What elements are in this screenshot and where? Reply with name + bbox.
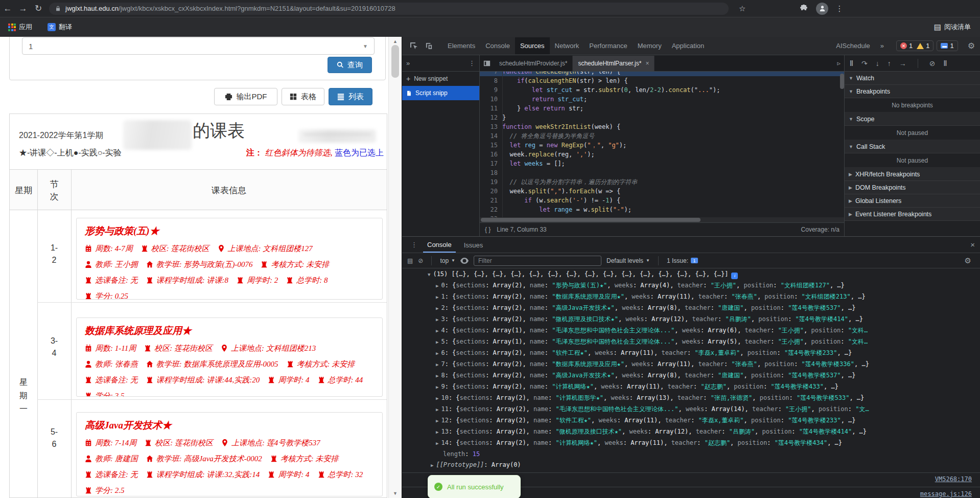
tab-elements[interactable]: Elements xyxy=(442,37,480,54)
line-number[interactable]: 15 xyxy=(480,141,502,150)
disclosure-icon[interactable]: ▶ xyxy=(436,373,438,378)
section-event-listener-breakpoints[interactable]: ▶Event Listener Breakpoints xyxy=(845,208,980,221)
section-scope[interactable]: ▼Scope xyxy=(845,112,980,126)
console-object-row[interactable]: ▶11: {sections: Array(2), name: "毛泽东思想和中… xyxy=(402,404,980,415)
extensions-icon[interactable] xyxy=(800,5,808,13)
disclosure-icon[interactable]: ▶ xyxy=(436,317,438,322)
deactivate-breakpoints-icon[interactable]: ⊘ xyxy=(929,59,936,67)
line-number[interactable]: 11 xyxy=(480,104,502,113)
issues-badge[interactable]: ▬ 1 xyxy=(937,40,958,51)
address-bar[interactable]: jwglxt.haut.edu.cn/jwglxt/kbcx/xskbcx_cx… xyxy=(49,3,729,15)
console-object-row[interactable]: ▶2: {sections: Array(2), name: "高级Java开发… xyxy=(402,303,980,314)
tab-close-icon[interactable]: × xyxy=(645,60,649,67)
console-settings-icon[interactable]: ⚙ xyxy=(965,256,971,265)
section-dom-breakpoints[interactable]: ▶DOM Breakpoints xyxy=(845,181,980,194)
back-icon[interactable]: ← xyxy=(0,4,15,14)
issues-counter[interactable]: 1 Issue: 1 xyxy=(667,257,698,264)
console-object-row[interactable]: ▶12: {sections: Array(2), name: "软件工程★",… xyxy=(402,415,980,426)
console-object-row[interactable]: ▶1: {sections: Array(2), name: "数据库系统原理及… xyxy=(402,291,980,303)
section-call-stack[interactable]: ▼Call Stack xyxy=(845,140,980,153)
tab-sources[interactable]: Sources xyxy=(515,37,550,54)
tab-console[interactable]: Console xyxy=(480,37,515,54)
tab-issues[interactable]: Issues xyxy=(460,237,487,252)
step-out-icon[interactable]: ↑ xyxy=(888,59,891,67)
step-over-icon[interactable]: ↷ xyxy=(861,59,868,67)
course-card[interactable]: 形势与政策(五)★周数: 4-7周校区: 莲花街校区上课地点: 文科组团楼127… xyxy=(76,218,383,300)
disclosure-icon[interactable]: ▶ xyxy=(436,328,438,333)
file-tab[interactable]: scheduleHtmlParser.js*× xyxy=(573,56,655,71)
scrollbar-thumb[interactable] xyxy=(391,45,399,78)
drawer-menu-icon[interactable]: ⋮ xyxy=(411,241,417,248)
tab-console[interactable]: Console xyxy=(423,237,456,253)
disclosure-icon[interactable]: ▶ xyxy=(436,396,438,401)
reading-list-button[interactable]: ▤ 阅读清单 xyxy=(934,22,971,32)
disclosure-icon[interactable]: ▶ xyxy=(436,418,438,423)
line-number[interactable]: 16 xyxy=(480,150,502,159)
tab-network[interactable]: Network xyxy=(550,37,585,54)
disclosure-icon[interactable]: ▶ xyxy=(436,384,438,390)
file-tab[interactable]: scheduleHtmlProvider.js* xyxy=(494,56,573,71)
table-view-button[interactable]: 表格 xyxy=(282,88,324,105)
disclosure-icon[interactable]: ▶ xyxy=(431,463,433,468)
console-object-row[interactable]: ▶13: {sections: Array(2), name: "微机原理及接口… xyxy=(402,426,980,438)
disclosure-icon[interactable]: ▶ xyxy=(436,441,438,446)
section-global-listeners[interactable]: ▶Global Listeners xyxy=(845,194,980,208)
disclosure-icon[interactable]: ▶ xyxy=(436,295,438,300)
line-number[interactable]: 18 xyxy=(480,168,502,177)
disclosure-icon[interactable]: ▶ xyxy=(436,407,438,412)
navigator-menu-icon[interactable]: ⋮ xyxy=(469,59,475,67)
settings-gear-icon[interactable]: ⚙ xyxy=(968,41,975,51)
disclosure-open-icon[interactable]: ▼ xyxy=(428,272,430,277)
list-view-button[interactable]: 列表 xyxy=(329,88,372,105)
console-object-row[interactable]: ▶3: {sections: Array(2), name: "微机原理及接口技… xyxy=(402,314,980,325)
console-object-row[interactable]: ▶4: {sections: Array(1), name: "毛泽东思想和中国… xyxy=(402,325,980,336)
disclosure-icon[interactable]: ▶ xyxy=(436,429,438,435)
new-snippet-button[interactable]: + New snippet xyxy=(402,72,479,86)
inspect-element-icon[interactable] xyxy=(410,42,418,50)
clear-console-icon[interactable]: ⊘ xyxy=(418,257,423,264)
braces-icon[interactable]: { } xyxy=(485,226,491,233)
profile-avatar[interactable] xyxy=(816,3,828,15)
more-tabs-button[interactable]: » xyxy=(875,37,889,54)
disclosure-icon[interactable]: ▶ xyxy=(436,362,438,367)
log-levels-selector[interactable]: Default levels ▼ xyxy=(606,257,650,264)
tab-aischedule[interactable]: AISchedule xyxy=(831,37,875,54)
disclosure-icon[interactable]: ▶ xyxy=(436,339,438,345)
line-number[interactable]: 22 xyxy=(480,205,502,214)
line-number[interactable]: 17 xyxy=(480,159,502,168)
line-number[interactable]: 21 xyxy=(480,196,502,205)
pause-script-icon[interactable]: ‖ xyxy=(850,59,853,67)
snippet-item-selected[interactable]: Script snipp xyxy=(402,86,479,100)
step-into-icon[interactable]: ↓ xyxy=(876,59,879,67)
console-object-row[interactable]: ▶0: {sections: Array(2), name: "形势与政策(五)… xyxy=(402,280,980,291)
reload-icon[interactable]: ↻ xyxy=(31,3,46,14)
error-warning-badge[interactable]: ✕ 1 1 xyxy=(896,40,934,51)
tab-memory[interactable]: Memory xyxy=(633,37,667,54)
tab-performance[interactable]: Performance xyxy=(584,37,632,54)
console-object-row[interactable]: ▶10: {sections: Array(2), name: "计算机图形学★… xyxy=(402,393,980,404)
console-object-row[interactable]: ▶6: {sections: Array(2), name: "软件工程★", … xyxy=(402,348,980,359)
navigator-more-tabs[interactable]: » xyxy=(406,59,410,67)
device-toolbar-icon[interactable] xyxy=(425,42,433,50)
editor-options-icon[interactable]: ▹ xyxy=(837,59,841,67)
console-object-row[interactable]: ▶14: {sections: Array(2), name: "计算机网络★"… xyxy=(402,438,980,449)
line-number[interactable]: 10 xyxy=(480,95,502,104)
toggle-navigator-icon[interactable] xyxy=(483,60,491,67)
result-source-link[interactable]: VM5268:170 xyxy=(935,474,972,485)
line-number[interactable]: 13 xyxy=(480,122,502,131)
console-object-row[interactable]: ▶9: {sections: Array(2), name: "计算机网络★",… xyxy=(402,381,980,393)
line-number[interactable]: 9 xyxy=(480,85,502,95)
bookmark-star-icon[interactable]: ☆ xyxy=(739,4,745,13)
course-card[interactable]: 高级Java开发技术★周数: 7-14周校区: 莲花街校区上课地点: 莲4号教学… xyxy=(76,412,383,496)
editor-hscrollbar[interactable] xyxy=(480,217,845,222)
line-number[interactable]: 19 xyxy=(480,177,502,187)
pause-on-exceptions-icon[interactable]: ‖ xyxy=(943,59,947,67)
section-breakpoints[interactable]: ▼Breakpoints xyxy=(845,85,980,98)
console-object-row[interactable]: ▶5: {sections: Array(1), name: "毛泽东思想和中国… xyxy=(402,336,980,348)
eye-icon[interactable] xyxy=(460,258,469,264)
disclosure-icon[interactable]: ▶ xyxy=(436,306,438,311)
page-scrollbar[interactable]: ▲ ▼ xyxy=(388,37,402,498)
step-icon[interactable]: → xyxy=(899,59,906,67)
console-sidebar-icon[interactable]: ▤ xyxy=(407,257,413,264)
tab-application[interactable]: Application xyxy=(667,37,710,54)
